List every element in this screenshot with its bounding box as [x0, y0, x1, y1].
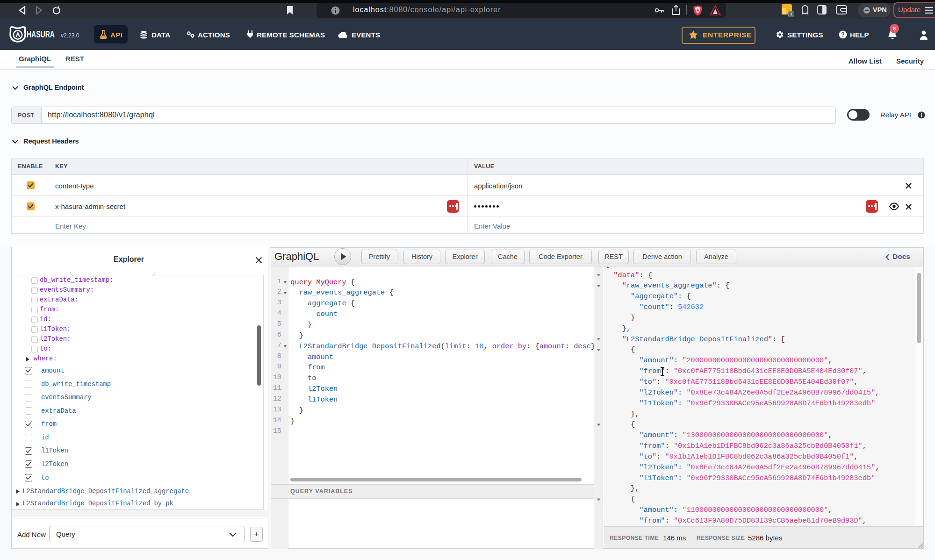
svg-text:?: ?	[841, 31, 844, 38]
